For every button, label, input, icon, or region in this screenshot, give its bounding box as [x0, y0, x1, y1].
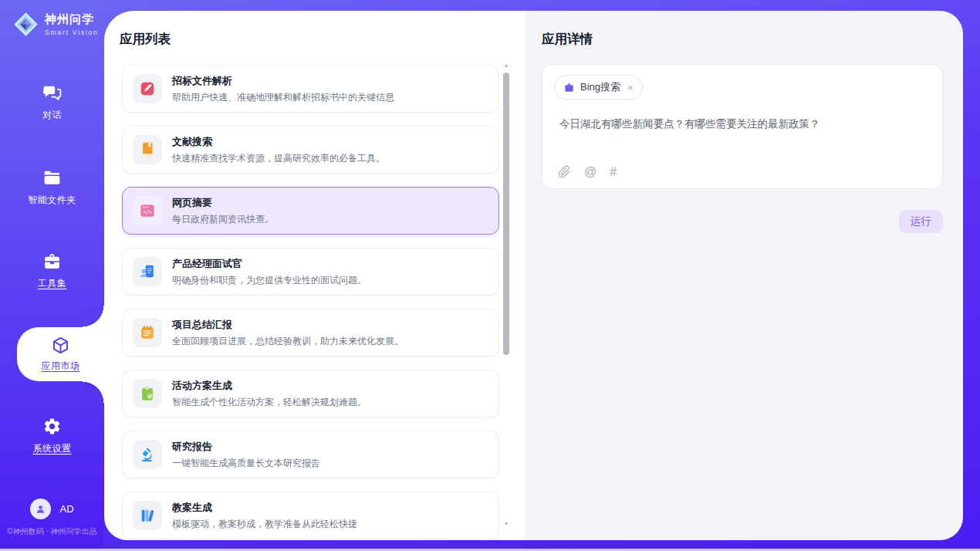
app-card[interactable]: 活动方案生成 智能生成个性化活动方案，轻松解决规划难题。 — [122, 370, 499, 417]
app-card[interactable]: </> 网页摘要 每日政府新闻资讯快查。 — [122, 187, 499, 235]
main-panel: 应用列表 招标文件解析 帮助用户快速、准确地理解和解析招标书中的关键信息 文献搜… — [104, 11, 963, 540]
app-card-desc: 快速精准查找学术资源，提高研究效率的必备工具。 — [172, 152, 385, 165]
app-card-title: 教案生成 — [172, 501, 357, 515]
sidebar-item-label: 工具集 — [38, 277, 67, 290]
interviewer-icon — [133, 257, 162, 286]
app-card-title: 研究报告 — [172, 440, 320, 454]
sidebar-item-settings[interactable]: 系统设置 — [0, 417, 104, 455]
briefcase-icon — [563, 82, 575, 93]
book-icon — [133, 135, 162, 164]
webpage-icon: </> — [133, 196, 162, 225]
sidebar-item-chat[interactable]: 对话 — [0, 83, 104, 122]
toolbox-icon — [42, 252, 63, 271]
sidebar-item-app-market[interactable]: 应用市场 — [17, 327, 104, 381]
app-card-title: 网页摘要 — [172, 196, 274, 210]
folder-icon — [42, 168, 63, 188]
prompt-input[interactable]: 今日湖北有哪些新闻要点？有哪些需要关注的最新政策？ — [559, 117, 927, 132]
app-window: { "brand": { "name": "神州问学", "tagline": … — [0, 0, 980, 551]
sidebar-item-toolset[interactable]: 工具集 — [0, 252, 104, 290]
app-card-desc: 智能生成个性化活动方案，轻松解决规划难题。 — [172, 396, 367, 409]
app-card-title: 活动方案生成 — [172, 379, 367, 393]
user-initials: AD — [59, 503, 73, 515]
app-card-desc: 全面回顾项目进展，总结经验教训，助力未来优化发展。 — [172, 335, 404, 348]
app-card[interactable]: 研究报告 一键智能生成高质量长文本研究报告 — [122, 431, 499, 478]
tool-chip-bing-search[interactable]: Bing搜索 × — [554, 75, 643, 100]
chat-icon — [42, 83, 63, 103]
cube-icon — [50, 336, 71, 355]
scroll-down-icon[interactable]: ▼ — [502, 520, 511, 528]
app-card-title: 招标文件解析 — [172, 74, 394, 88]
books-icon — [133, 501, 162, 530]
sidebar-item-smart-folder[interactable]: 智能文件夹 — [0, 168, 104, 207]
app-card-title: 项目总结汇报 — [172, 318, 404, 332]
app-card-title: 文献搜索 — [172, 135, 385, 149]
svg-text:</>: </> — [143, 209, 152, 215]
app-card-title: 产品经理面试官 — [172, 257, 367, 271]
microscope-icon — [133, 440, 162, 469]
sidebar-item-label: 对话 — [42, 109, 62, 122]
prompt-toolbar: @# — [558, 165, 617, 178]
scroll-up-icon[interactable]: ▲ — [502, 62, 511, 69]
app-list: 招标文件解析 帮助用户快速、准确地理解和解析招标书中的关键信息 文献搜索 快速精… — [122, 65, 499, 540]
app-list-panel: 应用列表 招标文件解析 帮助用户快速、准确地理解和解析招标书中的关键信息 文献搜… — [104, 11, 525, 540]
app-card-desc: 明确身份和职责，为您提供专业性的面试问题。 — [172, 274, 367, 287]
clipboard-check-icon — [133, 379, 162, 408]
tool-chip-label: Bing搜索 — [580, 80, 620, 94]
hash-icon[interactable]: # — [610, 165, 617, 178]
prompt-card: Bing搜索 × 今日湖北有哪些新闻要点？有哪些需要关注的最新政策？ @# — [542, 64, 943, 189]
app-list-title: 应用列表 — [120, 31, 171, 48]
app-card-desc: 模板驱动，教案秒成，教学准备从此轻松快捷 — [172, 518, 357, 531]
copyright-footer: ©神州数码 · 神州问学出品 — [0, 526, 104, 537]
doc-edit-icon — [133, 74, 162, 103]
app-card[interactable]: 教案生成 模板驱动，教案秒成，教学准备从此轻松快捷 — [122, 492, 499, 539]
gear-icon — [42, 417, 63, 436]
app-card[interactable]: 产品经理面试官 明确身份和职责，为您提供专业性的面试问题。 — [122, 248, 499, 296]
attachment-icon[interactable] — [558, 165, 571, 178]
app-card[interactable]: 招标文件解析 帮助用户快速、准确地理解和解析招标书中的关键信息 — [122, 65, 499, 113]
sidebar-item-label: 系统设置 — [33, 442, 72, 455]
app-detail-panel: 应用详情 Bing搜索 × 今日湖北有哪些新闻要点？有哪些需要关注的最新政策？ … — [525, 11, 963, 540]
sidebar-item-label: 应用市场 — [42, 360, 80, 373]
scrollbar[interactable]: ▲ ▼ — [502, 62, 511, 528]
note-icon — [133, 318, 162, 347]
user-account[interactable]: AD — [0, 499, 104, 519]
app-card[interactable]: 文献搜索 快速精准查找学术资源，提高研究效率的必备工具。 — [122, 126, 499, 174]
run-button[interactable]: 运行 — [899, 210, 943, 233]
app-card-desc: 帮助用户快速、准确地理解和解析招标书中的关键信息 — [172, 91, 394, 104]
mention-icon[interactable]: @ — [584, 165, 596, 178]
app-card[interactable]: 项目总结汇报 全面回顾项目进展，总结经验教训，助力未来优化发展。 — [122, 309, 499, 357]
avatar — [30, 499, 51, 519]
scrollbar-thumb[interactable] — [503, 73, 509, 355]
sidebar-nav: 对话 智能文件夹 工具集 应用市场 系统设置 — [0, 0, 104, 551]
sidebar-item-label: 智能文件夹 — [28, 194, 76, 207]
chip-close-icon[interactable]: × — [627, 82, 634, 93]
app-detail-title: 应用详情 — [542, 31, 593, 48]
app-card-desc: 一键智能生成高质量长文本研究报告 — [172, 457, 320, 470]
app-card-desc: 每日政府新闻资讯快查。 — [172, 213, 274, 226]
sidebar: 神州问学 Smart Vision 对话 智能文件夹 工具集 应用市场 系统设置… — [0, 0, 104, 551]
